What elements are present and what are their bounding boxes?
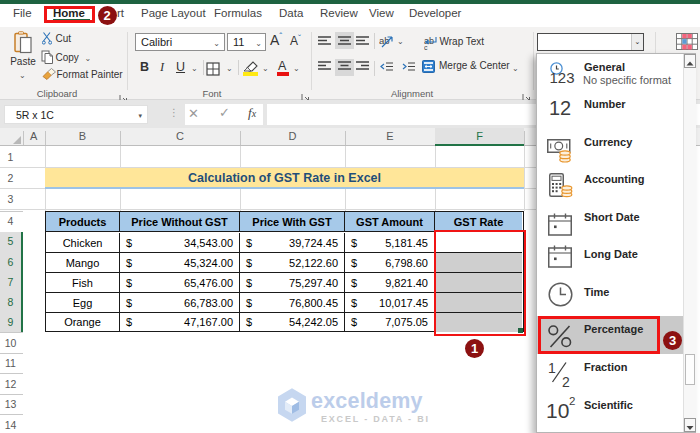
svg-text:2: 2: [562, 374, 570, 388]
svg-text:10: 10: [546, 399, 569, 422]
svg-text:1: 1: [548, 360, 556, 376]
svg-text:c: c: [424, 44, 428, 50]
svg-text:2: 2: [569, 395, 575, 407]
